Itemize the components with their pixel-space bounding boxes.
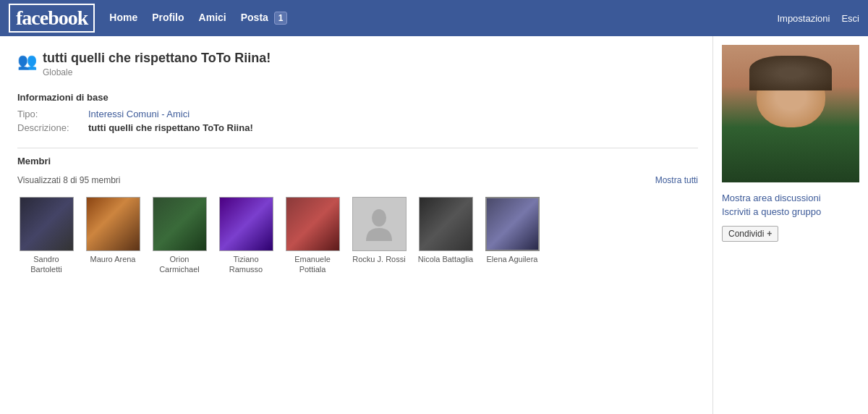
member-photo-5[interactable] [286, 197, 340, 251]
list-item: Tiziano Ramusso [217, 197, 275, 275]
member-photo-6[interactable] [352, 197, 407, 251]
list-item: Nicola Battaglia [417, 197, 475, 275]
face-simulation [722, 45, 859, 182]
members-grid: Sandro Bartoletti Mauro Arena Orion Carm… [17, 197, 698, 275]
members-subheader: Visualizzati 8 di 95 membri Mostra tutti [17, 175, 698, 185]
nav-posta[interactable]: Posta 1 [241, 12, 288, 25]
nav-links: Home Profilo Amici Posta 1 [109, 12, 777, 25]
sidebar-links: Mostra area discussioni Iscriviti a ques… [722, 193, 859, 217]
nav-impostazioni[interactable]: Impostazioni [777, 13, 830, 24]
list-item: Mauro Arena [84, 197, 142, 275]
nav-esci[interactable]: Esci [841, 13, 859, 24]
group-profile-photo [722, 45, 859, 182]
members-count: Visualizzati 8 di 95 membri [17, 175, 121, 185]
list-item: Emanuele Pottiala [284, 197, 341, 275]
group-subtitle: Globale [43, 67, 271, 77]
posta-badge: 1 [274, 12, 288, 25]
info-tipo-label: Tipo: [17, 109, 82, 119]
member-photo-7[interactable] [419, 197, 473, 251]
group-title: tutti quelli che rispettano ToTo Riina! [43, 51, 271, 66]
list-item: Sandro Bartoletti [17, 197, 75, 275]
group-title-section: 👥 tutti quelli che rispettano ToTo Riina… [17, 51, 698, 77]
group-title-text: tutti quelli che rispettano ToTo Riina! … [43, 51, 271, 77]
info-desc-label: Descrizione: [17, 122, 82, 133]
info-section: Informazioni di base Tipo: Interessi Com… [17, 92, 698, 133]
main-container: 👥 tutti quelli che rispettano ToTo Riina… [0, 36, 868, 414]
show-all-link[interactable]: Mostra tutti [655, 175, 698, 185]
member-name-7: Nicola Battaglia [418, 254, 473, 264]
info-tipo-value[interactable]: Interessi Comuni - Amici [88, 109, 190, 119]
info-heading: Informazioni di base [17, 92, 698, 103]
info-row-tipo: Tipo: Interessi Comuni - Amici [17, 109, 698, 119]
member-name-8: Elena Aguilera [487, 254, 538, 264]
members-section: Membri Visualizzati 8 di 95 membri Mostr… [17, 148, 698, 275]
members-heading: Membri [17, 156, 51, 166]
member-photo-3[interactable] [153, 197, 207, 251]
info-desc-value: tutti quelli che rispettano ToTo Riina! [88, 122, 253, 133]
member-photo-4[interactable] [219, 197, 273, 251]
list-item: Elena Aguilera [483, 197, 541, 275]
member-photo-2[interactable] [86, 197, 140, 251]
member-name-4: Tiziano Ramusso [217, 254, 275, 275]
right-nav-links: Impostazioni Esci [777, 13, 859, 24]
right-sidebar: Mostra area discussioni Iscriviti a ques… [712, 36, 868, 414]
member-name-1: Sandro Bartoletti [17, 254, 75, 275]
mostra-area-link[interactable]: Mostra area discussioni [722, 193, 859, 203]
member-name-5: Emanuele Pottiala [284, 254, 341, 275]
nav-amici[interactable]: Amici [199, 12, 226, 25]
navbar: facebook Home Profilo Amici Posta 1 Impo… [0, 0, 868, 36]
svg-point-0 [372, 209, 386, 227]
condividi-plus-icon: + [767, 229, 772, 239]
condividi-label: Condividi [728, 229, 764, 239]
left-content: 👥 tutti quelli che rispettano ToTo Riina… [0, 36, 712, 414]
member-photo-8[interactable] [485, 197, 540, 251]
condividi-button[interactable]: Condividi + [722, 226, 778, 242]
group-icon: 👥 [17, 52, 37, 71]
facebook-logo: facebook [9, 4, 95, 33]
info-row-desc: Descrizione: tutti quelli che rispettano… [17, 122, 698, 133]
list-item: Orion Carmichael [150, 197, 208, 275]
member-photo-1[interactable] [20, 197, 74, 251]
nav-profilo[interactable]: Profilo [152, 12, 184, 25]
nav-home[interactable]: Home [109, 12, 137, 25]
member-name-6: Rocku J. Rossi [352, 254, 405, 264]
members-header: Membri [17, 156, 698, 166]
list-item: Rocku J. Rossi [350, 197, 408, 275]
member-name-2: Mauro Arena [90, 254, 136, 264]
iscriviti-link[interactable]: Iscriviti a questo gruppo [722, 206, 859, 217]
member-name-3: Orion Carmichael [150, 254, 208, 275]
